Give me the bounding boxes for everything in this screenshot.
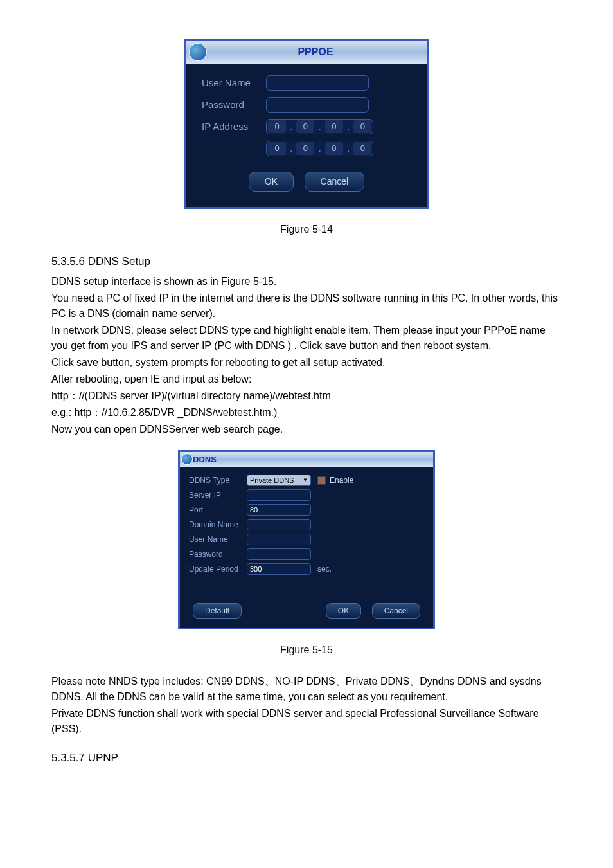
username-input[interactable]: [266, 75, 369, 91]
body-text: Click save button, system prompts for re…: [51, 355, 562, 370]
ddns-title: DDNS: [193, 453, 217, 466]
port-input[interactable]: 80: [247, 504, 311, 516]
password-label: Password: [202, 98, 266, 113]
ddns-type-dropdown[interactable]: Private DDNS ▼: [247, 475, 311, 486]
default-button[interactable]: Default: [193, 603, 242, 619]
figure-5-15-container: DDNS DDNS Type Private DDNS ▼ Enable Ser…: [51, 450, 562, 630]
body-text: e.g.: http：//10.6.2.85/DVR _DDNS/webtest…: [51, 405, 562, 420]
body-text: Please note NNDS type includes: CN99 DDN…: [51, 674, 562, 705]
serverip-input[interactable]: [247, 489, 311, 501]
ddns-type-label: DDNS Type: [189, 475, 247, 486]
update-period-input[interactable]: 300: [247, 563, 311, 575]
cancel-button[interactable]: Cancel: [305, 172, 365, 192]
body-text: DDNS setup interface is shown as in Figu…: [51, 274, 562, 289]
figure-5-15-caption: Figure 5-15: [51, 642, 562, 658]
body-text: You need a PC of fixed IP in the interne…: [51, 291, 562, 321]
body-text: Private DDNS function shall work with sp…: [51, 706, 562, 737]
figure-5-14-container: PPPOE User Name Password IP Address 0. 0…: [51, 39, 562, 209]
globe-icon: [181, 453, 193, 465]
ipaddress-label: IP Address: [202, 120, 266, 134]
ddns-body: DDNS Type Private DDNS ▼ Enable Server I…: [180, 467, 433, 628]
section-5356-heading: 5.3.5.6 DDNS Setup: [51, 253, 562, 270]
ddns-password-label: Password: [189, 548, 247, 560]
figure-5-14-caption: Figure 5-14: [51, 222, 562, 237]
ip-address-2[interactable]: 0. 0. 0. 0: [266, 141, 373, 156]
chevron-down-icon: ▼: [303, 476, 308, 484]
body-text: http：//(DDNS server IP)/(virtual directo…: [51, 388, 562, 404]
serverip-label: Server IP: [189, 489, 247, 501]
section-5357-heading: 5.3.5.7 UPNP: [51, 750, 562, 766]
ddns-username-input[interactable]: [247, 534, 311, 545]
body-text: After rebooting, open IE and input as be…: [51, 372, 562, 387]
ddns-dialog: DDNS DDNS Type Private DDNS ▼ Enable Ser…: [178, 450, 435, 630]
enable-checkbox[interactable]: [317, 476, 326, 485]
ddns-password-input[interactable]: [247, 548, 311, 560]
ddns-username-label: User Name: [189, 534, 247, 545]
globe-icon: [189, 43, 207, 61]
sec-label: sec.: [317, 563, 332, 575]
update-period-label: Update Period: [189, 563, 247, 575]
body-text: In network DDNS, please select DDNS type…: [51, 323, 562, 354]
ddns-dialog-header: DDNS: [180, 452, 433, 467]
cancel-button[interactable]: Cancel: [372, 603, 420, 619]
pppoe-dialog-header: PPPOE: [186, 41, 427, 64]
ip-address-1[interactable]: 0. 0. 0. 0: [266, 119, 373, 134]
enable-label: Enable: [330, 475, 353, 486]
username-label: User Name: [202, 76, 266, 91]
password-input[interactable]: [266, 97, 369, 113]
domain-label: Domain Name: [189, 519, 247, 530]
port-label: Port: [189, 504, 247, 516]
pppoe-dialog: PPPOE User Name Password IP Address 0. 0…: [184, 39, 429, 209]
body-text: Now you can open DDNSServer web search p…: [51, 422, 562, 437]
pppoe-title: PPPOE: [207, 44, 424, 60]
domain-input[interactable]: [247, 519, 311, 530]
ok-button[interactable]: OK: [326, 603, 361, 619]
ok-button[interactable]: OK: [249, 172, 294, 192]
pppoe-body: User Name Password IP Address 0. 0. 0. 0: [186, 64, 427, 207]
